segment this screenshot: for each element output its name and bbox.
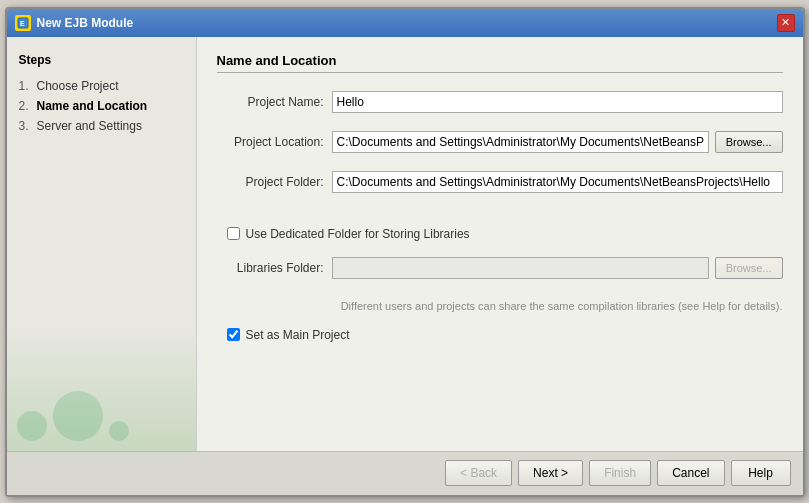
ejb-icon: E [15, 15, 31, 31]
back-button[interactable]: < Back [445, 460, 512, 486]
project-location-row: Project Location: Browse... [217, 131, 783, 153]
use-dedicated-folder-label[interactable]: Use Dedicated Folder for Storing Librari… [246, 227, 470, 241]
svg-text:E: E [20, 20, 25, 27]
sidebar: Steps 1. Choose Project 2. Name and Loca… [7, 37, 197, 451]
set-as-main-checkbox[interactable] [227, 328, 240, 341]
project-location-input[interactable] [332, 131, 709, 153]
project-folder-row: Project Folder: [217, 171, 783, 193]
set-as-main-row: Set as Main Project [227, 328, 783, 342]
set-as-main-label[interactable]: Set as Main Project [246, 328, 350, 342]
step-num-1: 1. [19, 79, 37, 93]
step-label-2: Name and Location [37, 99, 148, 113]
bubble-1 [17, 411, 47, 441]
title-bar: E New EJB Module ✕ [7, 9, 803, 37]
spacer [217, 211, 783, 217]
bubble-2 [53, 391, 103, 441]
libraries-browse-button: Browse... [715, 257, 783, 279]
steps-title: Steps [19, 53, 184, 67]
next-button[interactable]: Next > [518, 460, 583, 486]
libraries-folder-row: Libraries Folder: Browse... [217, 257, 783, 279]
project-folder-label: Project Folder: [217, 175, 332, 189]
steps-list: 1. Choose Project 2. Name and Location 3… [19, 79, 184, 133]
step-num-2: 2. [19, 99, 37, 113]
hint-text: Different users and projects can share t… [217, 299, 783, 314]
project-location-browse-button[interactable]: Browse... [715, 131, 783, 153]
main-content: Name and Location Project Name: Project … [197, 37, 803, 451]
use-dedicated-folder-row: Use Dedicated Folder for Storing Librari… [227, 227, 783, 241]
use-dedicated-folder-checkbox[interactable] [227, 227, 240, 240]
step-label-1: Choose Project [37, 79, 119, 93]
step-item-1: 1. Choose Project [19, 79, 184, 93]
project-name-input[interactable] [332, 91, 783, 113]
bubble-3 [109, 421, 129, 441]
sidebar-decoration [17, 391, 129, 441]
libraries-folder-input [332, 257, 709, 279]
title-bar-left: E New EJB Module [15, 15, 134, 31]
step-label-3: Server and Settings [37, 119, 142, 133]
project-name-label: Project Name: [217, 95, 332, 109]
cancel-button[interactable]: Cancel [657, 460, 724, 486]
dialog-title: New EJB Module [37, 16, 134, 30]
dialog-body: Steps 1. Choose Project 2. Name and Loca… [7, 37, 803, 451]
dialog-window: E New EJB Module ✕ Steps 1. Choose Proje… [5, 7, 805, 497]
close-button[interactable]: ✕ [777, 14, 795, 32]
help-button[interactable]: Help [731, 460, 791, 486]
project-name-row: Project Name: [217, 91, 783, 113]
libraries-folder-label: Libraries Folder: [217, 261, 332, 275]
step-num-3: 3. [19, 119, 37, 133]
footer: < Back Next > Finish Cancel Help [7, 451, 803, 495]
section-title: Name and Location [217, 53, 783, 73]
project-folder-input[interactable] [332, 171, 783, 193]
step-item-2: 2. Name and Location [19, 99, 184, 113]
finish-button[interactable]: Finish [589, 460, 651, 486]
project-location-label: Project Location: [217, 135, 332, 149]
step-item-3: 3. Server and Settings [19, 119, 184, 133]
